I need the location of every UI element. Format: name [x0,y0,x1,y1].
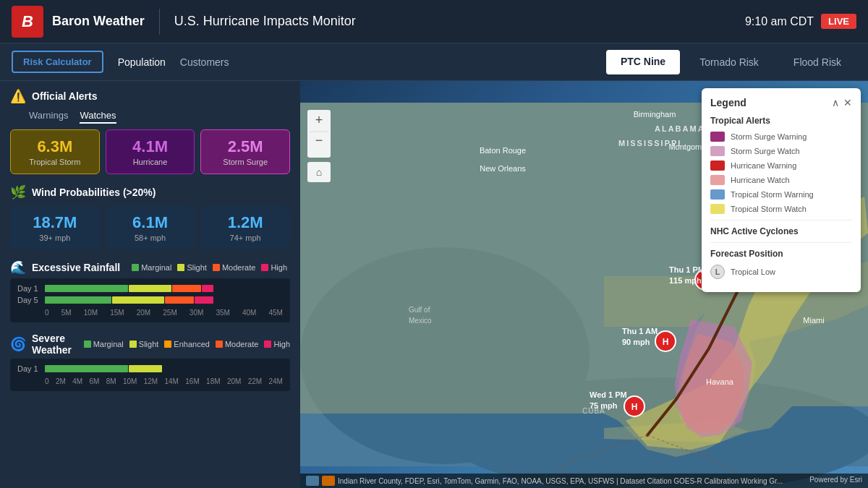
official-alerts-header: ⚠️ Official Alerts [10,88,290,104]
svg-text:115 mph: 115 mph [669,276,702,285]
day5-marginal-bar [45,296,111,304]
sax-22m: 22M [248,377,262,385]
day5-label: Day 5 [17,296,41,304]
axis-15m: 15M [110,309,124,317]
storm-surge-watch-color [710,146,725,156]
svg-text:New Orleans: New Orleans [480,164,526,173]
header-left: B Baron Weather U.S. Hurricane Impacts M… [12,6,356,38]
svg-text:Mexico: Mexico [409,317,432,325]
legend-header: Legend ∧ ✕ [710,97,852,108]
severe-weather-header: 🌀 Severe Weather Marginal Slight Enhance… [10,333,290,356]
map-tabs: PTC Nine Tornado Risk Flood Risk [606,50,856,74]
severe-day1-row: Day 1 [17,364,283,373]
wind-probs-section: 🌿 Wind Probabilities (>20%) 18.7M 39+ mp… [10,184,290,249]
time-display: 9:10 am CDT [745,15,814,28]
svg-text:75 mph: 75 mph [590,401,618,410]
official-alerts-section: ⚠️ Official Alerts Warnings Watches 6.3M… [10,88,290,174]
storm-surge-warning-label: Storm Surge Warning [731,132,807,141]
tab-customers[interactable]: Customers [180,53,229,71]
legend-collapse-icon[interactable]: ∧ [832,97,839,108]
attr-icon2 [322,476,335,486]
legend-divider-2 [710,242,852,243]
rainfall-bar-chart: Day 1 Day 5 [10,278,290,322]
header-divider [159,9,160,35]
severe-legend: Marginal Slight Enhanced Moderate [84,340,290,348]
subtab-warnings[interactable]: Warnings [29,110,68,124]
alert-icon: ⚠️ [10,88,26,104]
storm-surge-watch-label: Storm Surge Watch [731,147,800,155]
svg-point-31 [624,396,644,416]
ts-warning-label: Tropical Storm Warning [731,190,814,199]
sev-legend-moderate: Moderate [216,340,258,348]
high-dot [261,264,268,271]
risk-calculator-button[interactable]: Risk Calculator [12,51,103,73]
hurricane-watch-color [710,175,725,185]
ts-warning-color [710,189,725,200]
sub-header: Risk Calculator Population Customers PTC… [0,43,868,81]
svg-point-27 [655,331,676,351]
wind-58-label: 58+ mph [111,234,190,242]
sev-marginal-label: Marginal [93,340,124,348]
legend-marginal: Marginal [132,263,171,272]
ts-watch-color [710,204,725,214]
tab-tornado-risk[interactable]: Tornado Risk [684,50,774,74]
wind-39-number: 18.7M [16,213,94,232]
severe-weather-section: 🌀 Severe Weather Marginal Slight Enhance… [10,333,290,391]
sev-moderate-label: Moderate [225,340,258,348]
legend-slight: Slight [177,263,207,272]
sev-enhanced-label: Enhanced [174,340,210,348]
sev-slight-label: Slight [139,340,159,348]
sev-high-label: High [273,340,290,348]
wind-74-number: 1.2M [206,213,284,232]
tab-flood-risk[interactable]: Flood Risk [778,50,856,74]
axis-25m: 25M [163,309,176,317]
logo-text: B [22,12,33,31]
slight-label: Slight [187,263,207,272]
hurricane-card: 4.1M Hurricane [106,129,195,174]
tab-population[interactable]: Population [118,53,166,71]
sax-8m: 8M [106,377,116,385]
hurricane-warning-label: Hurricane Warning [731,161,796,170]
legend-title: Legend [710,97,746,108]
sev-day1-marginal-bar [45,365,128,372]
sev-enhanced-dot [164,341,171,348]
wind-card-58mph: 6.1M 58+ mph [106,206,195,249]
severe-weather-title: Severe Weather [32,333,72,356]
axis-35m: 35M [216,309,229,317]
tab-ptc-nine[interactable]: PTC Nine [606,50,680,74]
day1-moderate-bar [172,285,200,292]
svg-rect-35 [307,110,331,158]
svg-text:Wed 1 PM: Wed 1 PM [590,390,627,399]
sev-legend-high: High [264,340,290,348]
sev-day1-slight-bar [129,365,162,372]
svg-text:Miami: Miami [803,316,824,325]
legend-ts-watch: Tropical Storm Watch [710,204,852,214]
sax-20m: 20M [227,377,241,385]
alert-cards-row: 6.3M Tropical Storm 4.1M Hurricane 2.5M … [10,129,290,174]
day1-bar-track [45,285,283,292]
svg-text:Havana: Havana [706,377,734,386]
tropical-storm-card: 6.3M Tropical Storm [10,129,100,174]
wind-probs-title: Wind Probabilities (>20%) [32,187,156,198]
header-right: 9:10 am CDT LIVE [745,14,856,29]
rainfall-axis: 0 5M 10M 15M 20M 25M 30M 35M 40M 45M [17,309,283,317]
tropical-alerts-list: Storm Surge Warning Storm Surge Watch Hu… [710,132,852,214]
sax-18m: 18M [206,377,220,385]
subtab-watches[interactable]: Watches [80,110,116,124]
map-area[interactable]: MISSISSIPPI ALABAMA GEORGIA Birmingham M… [300,81,868,488]
legend-storm-surge-watch: Storm Surge Watch [710,146,852,156]
sax-12m: 12M [144,377,158,385]
wind-probs-header: 🌿 Wind Probabilities (>20%) [10,184,290,200]
rainfall-legend: Marginal Slight Moderate High [132,263,287,272]
svg-text:CUBA: CUBA [582,407,605,415]
legend-close-icon[interactable]: ✕ [843,97,852,108]
svg-text:Thu 1 PM: Thu 1 PM [669,265,705,274]
legend-moderate: Moderate [213,263,255,272]
tropical-storm-number: 6.3M [17,137,93,156]
storm-surge-label: Storm Surge [207,158,284,166]
sev-day1-bar-track [45,365,283,372]
moderate-label: Moderate [222,263,255,272]
official-alerts-title: Official Alerts [32,90,98,102]
alerts-subtabs: Warnings Watches [29,110,290,124]
day1-marginal-bar [45,285,128,292]
